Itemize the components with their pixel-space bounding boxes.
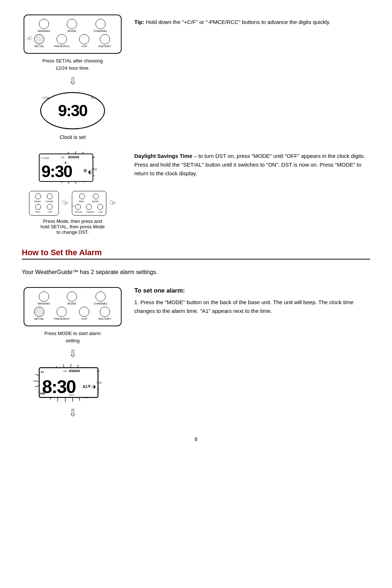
alarm-btn-setal-group: SET/AL [34,307,44,320]
mini-btn-chann [47,193,53,199]
clock-setting-left: MIN/MAX MODE CHANNEL ☞ [22,15,123,140]
mini-labels-2a: MIN† MODE [75,200,103,203]
mini-label-rcc: /RCC [36,211,41,213]
svg-text:M: M [97,388,99,391]
alarm-btn-setal-label: SET/AL [34,317,44,320]
btn-channel-label: CHANNEL [94,29,107,33]
hand-setal-icon: ☞ [70,203,75,210]
set-clock-caption: Press SET/AL after choosing12/24 hour ti… [42,57,103,72]
arrow-down-icon: ⇩ [69,75,77,87]
mini-btn-rcc [35,204,41,210]
mini-btn-row-2b: ☞ [75,204,103,210]
alarm-btn-pmce-label: -PMCE/RCC [53,317,70,320]
svg-text:© COM: © COM [41,157,49,159]
alarm-btn-minmax-label: MIN/MAX [38,302,50,305]
alarm-btn-history [100,307,110,317]
alarm-right: To set one alarm: 1. Press the "MODE" bu… [134,287,370,315]
btn-cf [79,34,89,44]
btn-minmax [39,19,49,29]
svg-text:A1: A1 [83,385,87,389]
dst-right: Daylight Savings Time – to turn DST on, … [134,150,370,178]
alarm-clock-wrapper: A1 tch 8/26/00 YR TIDE M ✳ ◑ DST [29,363,116,403]
mini-label-cercc: CE/RCC [86,211,94,213]
btn-pmce-label: -PMCE/RCC [53,45,70,48]
page-number: 8 [22,436,370,442]
top-section: MIN/MAX MODE CHANNEL ☞ [22,15,370,140]
alarm-btn-row-2: SET/AL -PMCE/RCC +C/F HISTORY [29,307,116,320]
btn-minmax-group: MIN/MAX [38,19,50,33]
btn-channel-group: CHANNEL [94,19,107,33]
btn-mode-label: MODE [68,29,76,33]
button-row-2: ☞ SET/AL -PMCE/RCC +C/F HISTORY [29,34,116,48]
alarm-left: MIN/MAX MODE CHANNEL SET/AL [22,287,123,419]
btn-channel [95,19,106,29]
alarm-section-heading: How to Set the Alarm [22,248,370,260]
alarm-clock-svg: A1 tch 8/26/00 YR TIDE M ✳ ◑ DST [29,363,116,405]
svg-text:8/26/00: 8/26/00 [68,155,79,159]
alarm-btn-cf-group: +C/F [79,307,89,320]
dst-clock-wrapper: © COM tch ▲ 8/26/00 YR TIDE M ✳ ◐ [29,150,116,187]
alarm-instruction-text: 1. Press the "MODE" button on the back o… [134,298,370,315]
btn-history-label: HISTORY [98,45,111,48]
alarm-panel-caption: Press MODE to start alarmsetting [44,330,101,344]
clock-is-set-caption: Clock is set [60,134,86,140]
alarm-arrow-down-icon: ⇩ [69,348,77,360]
btn-setal-group: ☞ SET/AL [34,34,44,48]
svg-text:M: M [93,174,95,177]
btn-minmax-label: MIN/MAX [38,29,50,33]
svg-text:✳: ✳ [83,168,87,174]
svg-text:TIDE: TIDE [91,168,97,171]
tip-label: Tip: [134,19,144,25]
btn-mode [67,19,77,29]
clock-time: 9:30 [58,102,87,120]
alarm-btn-mode-label: MODE [68,302,76,305]
btn-setal-label: SET/AL [34,45,44,48]
mini-label-mint: MIN† [79,200,84,203]
btn-cf-label: +C/F [81,45,87,48]
alarm-subtitle: Your WeatherGuide™ has 2 separate alarm … [22,269,370,275]
mini-panel-1: MODE CHANN /RCC +C/F [29,191,59,216]
mini-panel-2: MIN† MODE ☞ SET/AL CE/RCC +C/F [72,191,106,216]
dst-paragraph: Daylight Savings Time – to turn DST on, … [134,152,370,178]
alarm-btn-history-label: HISTORY [98,317,111,320]
mini-btn-row-1a [32,193,56,199]
mini-btn-mode2 [93,193,99,199]
btn-pmce [57,34,67,44]
mini-btn-row-2a [75,193,103,199]
hand-after-icon: ☞ [108,197,118,209]
alarm-btn-channel-label: CHANNEL [94,302,107,305]
btn-history [100,34,110,44]
alarm-btn-channel [95,291,106,302]
btn-pmce-group: -PMCE/RCC [53,34,70,48]
alarm-section-title: How to Set the Alarm [22,248,102,257]
oval-clock-container: COM tch 9:30 [38,91,107,131]
svg-text:A1: A1 [41,371,44,373]
alarm-btn-setal [34,307,44,317]
mini-btn-cf3 [97,204,103,210]
alarm-btn-minmax [39,291,49,302]
svg-text:tch: tch [64,370,67,372]
hand-between-icon: ☞ [60,197,70,209]
dst-section: © COM tch ▲ 8/26/00 YR TIDE M ✳ ◐ [22,150,370,235]
alarm-btn-channel-group: CHANNEL [94,291,107,305]
mini-btn-cercc [86,204,92,210]
mini-btn-row-1b [32,204,56,210]
mini-labels-1b: /RCC +C/F [32,211,56,213]
hand-pointer-icon: ☞ [24,33,34,44]
svg-text:tch: tch [61,156,64,159]
tip-content: Hold down the "+C/F" or "-PMCE/RCC" butt… [146,19,330,25]
alarm-btn-row-1: MIN/MAX MODE CHANNEL [29,291,116,305]
button-panel-top: MIN/MAX MODE CHANNEL ☞ [24,15,122,54]
page-content: MIN/MAX MODE CHANNEL ☞ [22,15,370,442]
btn-history-group: HISTORY [98,34,111,48]
svg-text:8/26/00: 8/26/00 [69,369,80,373]
mini-label-mode2: MODE [92,200,99,203]
svg-text:8:30: 8:30 [42,377,75,397]
dst-caption: Press Mode, then press andhold SET/AL, t… [40,219,105,235]
alarm-section: MIN/MAX MODE CHANNEL SET/AL [22,287,370,419]
svg-text:◑: ◑ [92,384,95,389]
mini-btn-mode [35,193,41,199]
mini-labels-2b: SET/AL CE/RCC +C/F [75,211,103,213]
tip-section: Tip: Hold down the "+C/F" or "-PMCE/RCC"… [134,15,370,26]
alarm-btn-minmax-group: MIN/MAX [38,291,50,305]
